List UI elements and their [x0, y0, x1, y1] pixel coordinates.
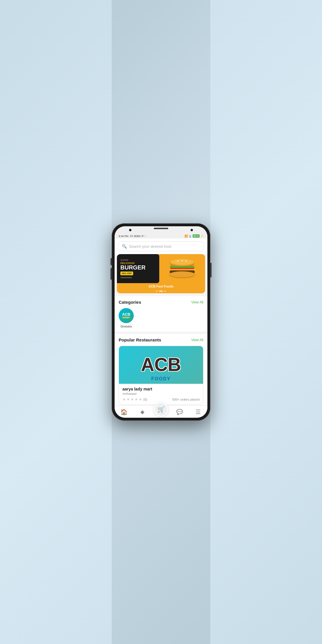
orders-icon: 💬 — [176, 409, 183, 415]
orders-count: 500+ orders placed — [172, 398, 200, 401]
star-3: ★ — [131, 397, 134, 401]
nav-categories[interactable]: ◆ — [133, 409, 152, 415]
dot-3 — [164, 291, 166, 292]
restaurant-rating: ★ ★ ★ ★ ★ (0) — [122, 397, 147, 401]
status-right: 📶 📡 96 % ⚡ — [184, 234, 203, 238]
banner-image-area — [159, 254, 205, 283]
notch-area — [115, 226, 207, 234]
dot-2-active — [159, 291, 163, 292]
acb-foody-icon: ACB FOODY — [122, 312, 131, 319]
banner-btn — [120, 277, 132, 278]
categories-icon: ◆ — [140, 409, 144, 415]
nav-cart-container: 🛒 — [152, 407, 170, 417]
categories-view-all[interactable]: View All — [191, 300, 203, 304]
svg-rect-6 — [170, 266, 195, 268]
svg-point-11 — [169, 272, 195, 277]
restaurant-meta: ★ ★ ★ ★ ★ (0) 500+ orders placed — [122, 397, 200, 401]
restaurant-name: aarya lady mart — [122, 387, 200, 391]
menu-icon: ☰ — [196, 408, 201, 415]
restaurant-foody-text: FOODY — [151, 376, 171, 381]
battery-indicator: 96 % — [193, 234, 200, 238]
star-1: ★ — [122, 397, 126, 401]
category-icon: ACB FOODY — [119, 308, 134, 323]
search-bar[interactable]: 🔍 Search your desired food — [118, 241, 204, 251]
banner-dark-panel: SUPER DELICIOUS BURGER 50% OFF — [117, 254, 159, 283]
dot-1 — [156, 291, 158, 292]
speaker — [154, 228, 168, 229]
restaurants-title: Popular Restaurants — [119, 337, 161, 342]
sim-icon: ⊟ — [142, 235, 144, 237]
banner-burger: BURGER — [120, 265, 156, 270]
banner-super: SUPER — [120, 259, 156, 261]
status-left: 6:34 PM 57.3KB/s ⊟ ♪ — [119, 235, 146, 238]
svg-point-4 — [181, 260, 183, 261]
restaurant-card-0[interactable]: ACB FOODY aarya lady mart mohanpur ★ ★ — [119, 346, 203, 405]
star-5: ★ — [139, 397, 142, 401]
sensor — [191, 229, 193, 231]
restaurants-header: Popular Restaurants View All — [119, 337, 203, 342]
search-icon: 🔍 — [122, 244, 127, 249]
home-icon: 🏠 — [120, 408, 128, 415]
status-bar: 6:34 PM 57.3KB/s ⊟ ♪ 📶 📡 96 % ⚡ — [115, 234, 207, 238]
svg-point-5 — [185, 261, 187, 262]
banner-dots — [117, 290, 205, 293]
restaurant-info: aarya lady mart mohanpur ★ ★ ★ ★ ★ (0) — [119, 384, 203, 404]
restaurant-logo: ACB — [141, 357, 181, 373]
search-placeholder: Search your desired food — [129, 244, 171, 249]
signal-icon: 📶 — [184, 235, 188, 238]
nav-orders[interactable]: 💬 — [170, 409, 189, 415]
burger-svg — [166, 258, 198, 279]
star-2: ★ — [126, 397, 130, 401]
svg-rect-7 — [170, 268, 194, 269]
banner-delicious: DELICIOUS — [120, 262, 156, 265]
review-count: (0) — [143, 398, 147, 401]
star-4: ★ — [135, 397, 138, 401]
categories-list: ACB FOODY Grocery — [119, 308, 203, 328]
wifi-icon: 📡 — [189, 235, 192, 238]
promo-banner[interactable]: SUPER DELICIOUS BURGER 50% OFF — [117, 254, 205, 293]
categories-section: Categories View All ACB FOODY Grocery — [115, 296, 207, 332]
time: 6:34 PM — [119, 235, 129, 238]
charging-icon: ⚡ — [200, 235, 203, 237]
category-grocery[interactable]: ACB FOODY Grocery — [119, 308, 134, 328]
categories-title: Categories — [119, 300, 141, 305]
search-section: 🔍 Search your desired food — [115, 238, 207, 254]
scroll-content[interactable]: 🔍 Search your desired food SUPER DELICIO… — [115, 238, 207, 405]
cart-icon: 🛒 — [158, 406, 165, 413]
svg-rect-8 — [169, 269, 195, 270]
banner-discount: 50% OFF — [120, 272, 133, 275]
restaurant-image: ACB FOODY — [119, 346, 203, 384]
camera-front — [129, 229, 131, 231]
categories-header: Categories View All — [119, 300, 203, 305]
restaurants-view-all[interactable]: View All — [191, 338, 203, 342]
music-icon: ♪ — [144, 235, 146, 237]
nav-menu[interactable]: ☰ — [189, 408, 207, 415]
category-label: Grocery — [120, 325, 132, 328]
network-speed: 57.3KB/s — [130, 235, 141, 238]
svg-point-3 — [177, 261, 179, 262]
nav-cart[interactable]: 🛒 — [154, 402, 168, 417]
popular-restaurants-section: Popular Restaurants View All ACB FOODY a… — [115, 334, 207, 405]
bottom-nav: 🏠 ◆ 🛒 💬 ☰ — [115, 405, 207, 418]
nav-home[interactable]: 🏠 — [115, 408, 133, 415]
restaurant-location: mohanpur — [122, 392, 200, 395]
banner-label: ACB Fast Foods — [117, 283, 205, 290]
